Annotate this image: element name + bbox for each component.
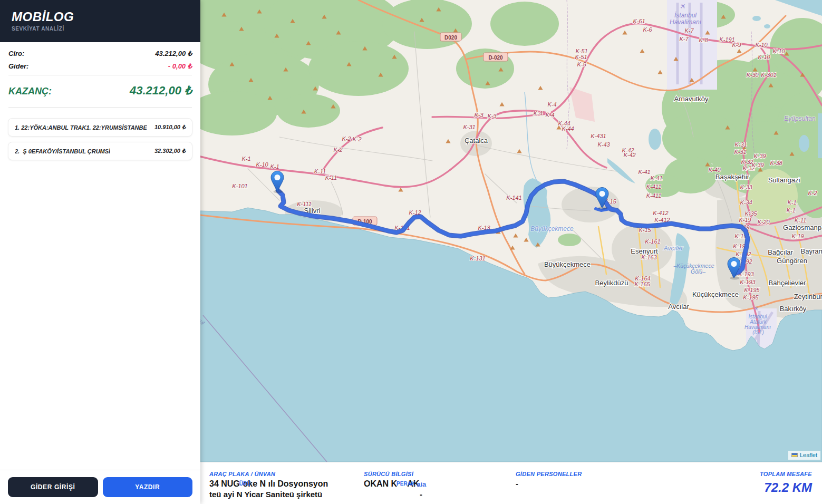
overlay-text: ÜRÜ <box>239 481 251 487</box>
road-ref-label: K-19 <box>739 217 751 223</box>
gider-label: Gider: <box>8 62 28 70</box>
road-ref-label: K-2 <box>352 136 361 142</box>
yazdir-button[interactable]: YAZDIR <box>103 477 193 497</box>
road-ref-label: K-1 <box>787 199 796 206</box>
overlay-text: aia <box>417 480 426 488</box>
road-ref-label: K-10 <box>256 161 268 168</box>
road-ref-label: K-1 <box>786 207 795 214</box>
city-label: Avcılar <box>668 303 689 311</box>
distance-info: TOPLAM MESAFE 72.2 KM <box>760 471 812 504</box>
distance-value: 72.2 KM <box>760 480 812 495</box>
water-label: Avcılar <box>663 245 683 252</box>
peak-icon <box>513 234 518 238</box>
road-ref-label: K-51 <box>575 54 587 60</box>
road-shield-label: D-020 <box>488 55 503 61</box>
driver-value-line2: - <box>420 490 516 499</box>
water-label: Havalimanı <box>670 18 701 26</box>
city-label: Esenyurt <box>631 247 658 255</box>
road-ref-label: K-411 <box>646 183 662 190</box>
map-canvas[interactable]: D020D-020D-100K-1K-10K-1K-101K-11K-11K-1… <box>200 0 822 462</box>
peak-icon <box>499 102 504 106</box>
road-ref-label: K-8 <box>699 37 708 43</box>
personnel-value: - <box>516 479 674 489</box>
road-ref-label: K-7 <box>679 36 689 42</box>
peak-icon <box>657 70 662 74</box>
road-ref-label: K-3 <box>474 112 483 118</box>
road-ref-label: K-10 <box>772 48 785 54</box>
water-label: Gölü– <box>691 268 705 275</box>
road-ref-label: K-131 <box>470 255 485 261</box>
peak-icon <box>640 49 644 53</box>
city-label: Gaziosmanpaşa <box>783 224 822 231</box>
route-list-item[interactable]: 2. Ş 0EFAKÖY/İSTANBUL ÇRUMSİ 32.302,00 ₺ <box>8 142 192 160</box>
road-ref-label: K-193 <box>740 279 756 285</box>
gider-row: Gider: - 0,00 ₺ <box>8 62 192 70</box>
road-ref-label: K-10 <box>758 54 770 60</box>
road-ref-label: K-31 <box>734 141 747 148</box>
route-price: 10.910,00 ₺ <box>154 124 186 131</box>
city-label: Çatalca <box>465 137 488 144</box>
road-ref-label: K-34 <box>740 199 752 206</box>
road-ref-label: K-33 <box>740 184 752 190</box>
road-ref-label: K-431 <box>591 133 606 139</box>
city-label: Arnavutköy <box>674 95 709 103</box>
road-ref-label: K-31 <box>463 124 475 130</box>
peak-icon <box>524 238 528 242</box>
gider-girisi-button[interactable]: GİDER GİRİŞİ <box>8 477 98 497</box>
map-base-layers: D020D-020D-100K-1K-10K-1K-101K-11K-11K-1… <box>200 0 822 462</box>
kazanc-value: 43.212,00 ₺ <box>130 84 192 98</box>
road-ref-label: K-141 <box>506 195 521 201</box>
road-ref-label: K-165 <box>634 281 650 287</box>
city-label: Güngören <box>777 257 807 265</box>
ciro-label: Ciro: <box>8 50 24 57</box>
road-ref-label: K-41 <box>650 175 662 181</box>
ukraine-flag-icon <box>791 453 798 457</box>
road-ref-label: K-2 <box>333 147 342 153</box>
road-ref-label: K-5 <box>577 61 586 67</box>
road-ref-label: K-1 <box>270 163 279 170</box>
kazanc-label: KAZANÇ: <box>8 86 52 97</box>
road-ref-label: K-35 <box>744 210 757 217</box>
peak-icon <box>737 49 741 53</box>
city-label: Zeytinburnu <box>794 293 822 301</box>
overlay-text: PERAK <box>397 481 415 487</box>
kazanc-row: KAZANÇ: 43.212,00 ₺ <box>0 79 200 104</box>
route-name: 1. 22:YÖKA:ANBUL TRAK1. 22:YRUMSİSTANBE <box>15 124 147 131</box>
route-list-item[interactable]: 1. 22:YÖKA:ANBUL TRAK1. 22:YRUMSİSTANBE … <box>8 118 192 137</box>
road-ref-label: K-38 <box>770 160 782 166</box>
driver-value: OKAN KPERAKAKaia <box>364 479 516 490</box>
road-ref-label: K-20 <box>757 219 770 225</box>
driver-info: SÜRÜCÜ BİLGİSİ OKAN KPERAKAKaia - <box>364 471 516 504</box>
driver-label: SÜRÜCÜ BİLGİSİ <box>364 471 516 477</box>
sidebar-actions: GİDER GİRİŞİ YAZDIR <box>0 470 200 504</box>
road-ref-label: K-195 <box>744 287 760 293</box>
peak-icon <box>517 149 521 153</box>
map-marker[interactable] <box>271 171 284 193</box>
road-ref-label: K-195 <box>743 294 759 301</box>
map-attribution: Leaflet <box>788 451 820 460</box>
road-ref-label: K-9 <box>732 42 741 48</box>
road-shield-label: D020 <box>444 35 457 41</box>
vehicle-value-line1: 34 NUGÜRÜoke N ılı Dosyonsyon <box>209 479 364 490</box>
gider-value: - 0,00 ₺ <box>168 62 192 70</box>
water-label: Büyükçekmece <box>530 225 574 232</box>
shipment-analysis-app: MOBİLOG SEVKİYAT ANALİZİ Ciro: 43.212,00… <box>0 0 822 504</box>
road-ref-label: K-301 <box>761 72 776 78</box>
city-label: Küçükçekmece <box>692 290 739 298</box>
road-ref-label: K-3 <box>487 113 497 119</box>
road-ref-label: K-411 <box>646 192 662 199</box>
city-label: Büyükçekmece <box>544 260 591 268</box>
app-logo: MOBİLOG <box>12 9 189 24</box>
city-label: Bayrampaşa <box>801 247 822 255</box>
leaflet-link[interactable]: Leaflet <box>800 452 817 458</box>
road-ref-label: K-4 <box>533 110 542 117</box>
road-ref-label: K-19 <box>791 233 804 239</box>
vehicle-info: ARAÇ PLAKA / ÜNVAN 34 NUGÜRÜoke N ılı Do… <box>209 471 364 504</box>
peak-icon <box>446 139 450 143</box>
app-header: MOBİLOG SEVKİYAT ANALİZİ <box>0 0 200 42</box>
divider <box>8 107 192 108</box>
road-ref-label: K-161 <box>645 238 660 245</box>
road-ref-label: K-40 <box>708 167 721 173</box>
city-label: Başakşehir <box>715 173 750 181</box>
road-ref-label: K-7 <box>684 27 694 34</box>
